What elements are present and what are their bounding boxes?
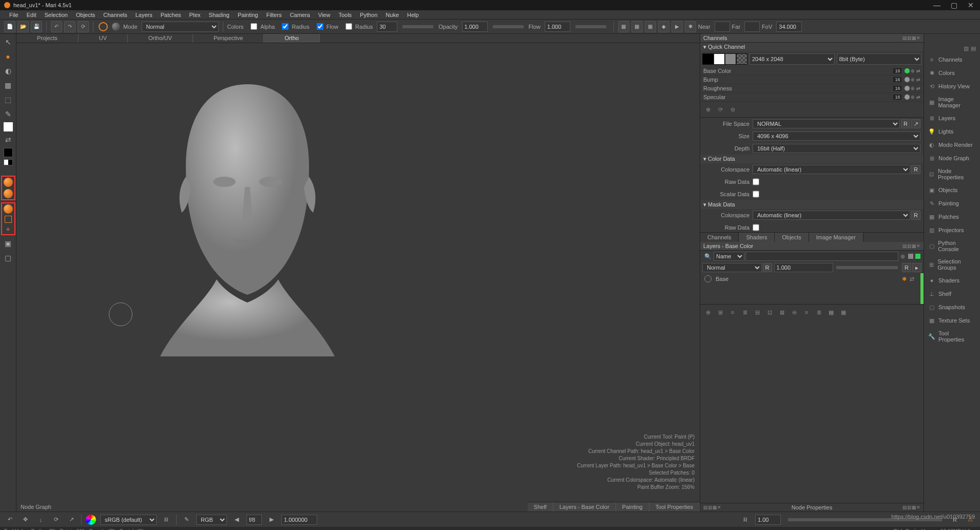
menu-painting[interactable]: Painting [234,12,262,18]
radius-slider[interactable] [402,25,433,28]
resolution-select[interactable]: 2048 x 2048 [750,53,835,65]
refresh-button[interactable]: ⟳ [78,21,89,32]
menu-layers[interactable]: Layers [131,12,157,18]
brush-hard-icon[interactable] [99,22,108,31]
menu-edit[interactable]: Edit [23,12,41,18]
eyedropper-icon[interactable]: ✎ [181,514,192,525]
fstop-value-input[interactable] [281,515,317,525]
maximize-button[interactable]: ▢ [951,1,957,9]
layer-opacity-input[interactable] [774,263,834,272]
prev-icon[interactable]: ◀ [231,514,242,525]
far-input[interactable] [744,22,760,32]
menu-tools[interactable]: Tools [334,12,356,18]
action-icon[interactable]: ⊡ [765,308,774,317]
visibility-toggle-icon[interactable] [704,275,712,282]
sidebar-item-layers[interactable]: ≣Layers [924,111,980,125]
reset-button[interactable]: R [763,263,772,272]
paint-tool[interactable]: ● [2,50,14,63]
add-tool-icon[interactable]: + [6,225,10,233]
action-icon[interactable]: ⊖ [790,308,799,317]
menu-camera[interactable]: Camera [286,12,314,18]
tab-ortho[interactable]: Ortho [264,34,320,43]
save-button[interactable]: 💾 [31,21,42,32]
flow-input[interactable] [545,22,570,32]
swatch-white[interactable] [714,53,725,65]
reset-button[interactable]: R [902,263,911,272]
action-icon[interactable]: ⊖ [728,105,737,114]
action-icon[interactable]: ⊞ [716,308,725,317]
nav-icon[interactable]: ✥ [20,514,31,525]
sidebar-item-objects[interactable]: ▣Objects [924,183,980,197]
opacity-slider[interactable] [836,266,898,269]
action-icon[interactable]: ≣ [814,308,823,317]
arrow-button[interactable]: ↗ [911,119,920,128]
action-icon[interactable]: ▦ [827,308,836,317]
file-space-select[interactable]: NORMAL [753,119,900,128]
action-icon[interactable]: ⊕ [703,105,713,114]
near-input[interactable] [715,22,730,32]
open-file-button[interactable]: 📂 [17,21,29,32]
reset-button[interactable]: R [161,514,172,525]
gizmo-button[interactable]: ✱ [685,21,696,32]
toggle-icon[interactable]: ▥ [964,45,969,52]
nav-icon[interactable]: ⟳ [50,514,62,525]
reset-button[interactable]: R [911,211,920,220]
brush-soft-icon[interactable] [112,23,120,31]
menu-filters[interactable]: Filters [262,12,286,18]
raw-data-checkbox[interactable] [753,177,759,186]
grid-tool[interactable]: ▦ [2,79,14,91]
opacity-slider[interactable] [493,25,524,28]
sidebar-item-channels[interactable]: ≡Channels [924,53,980,66]
swap-colors-icon[interactable]: ⇄ [2,134,14,146]
sidebar-item-modo[interactable]: ◐Modo Render [924,138,980,152]
sidebar-item-shaders[interactable]: ●Shaders [924,274,980,287]
colorspace-select[interactable]: Automatic (linear) [753,165,910,174]
select-tool[interactable]: ↖ [2,36,14,48]
action-icon[interactable]: ⊠ [777,308,786,317]
colorwheel-icon[interactable] [86,515,96,525]
tab-uv[interactable]: UV [79,34,128,43]
fstop-input[interactable] [246,515,262,525]
sidebar-item-painting[interactable]: ✎Painting [924,197,980,210]
action-icon[interactable]: ⊕ [703,308,713,317]
tab-perspective[interactable]: Perspective [193,34,264,43]
swatch-black[interactable] [702,53,714,65]
menu-channels[interactable]: Channels [99,12,131,18]
clear-icon[interactable]: ⊗ [898,253,907,260]
grid-button[interactable]: ▦ [631,21,643,32]
frame-tool-2[interactable]: ▢ [2,252,14,264]
sidebar-item-python[interactable]: ▢Python Console [924,237,980,255]
sidebar-item-history[interactable]: ⟲History View [924,80,980,93]
background-color-swatch[interactable] [4,148,13,157]
menu-selection[interactable]: Selection [41,12,72,18]
sidebar-item-node-graph[interactable]: ⊞Node Graph [924,152,980,165]
arrow-button[interactable]: ▸ [912,263,921,272]
menu-objects[interactable]: Objects [72,12,99,18]
bitdepth-select[interactable]: 8bit (Byte) [837,53,922,65]
tab-painting[interactable]: Painting [616,502,649,512]
tab-layers[interactable]: Layers - Base Color [553,502,616,512]
play-button[interactable]: ▶ [671,21,683,32]
patch-tool[interactable] [5,216,12,223]
menu-shading[interactable]: Shading [205,12,234,18]
sidebar-item-snapshots[interactable]: ▢Snapshots [924,300,980,314]
reset-button[interactable]: R [901,119,910,128]
undo-button[interactable]: ↶ [51,21,62,32]
foreground-color-swatch[interactable] [4,122,13,131]
menu-file[interactable]: File [5,12,23,18]
menu-python[interactable]: Python [356,12,381,18]
filter-dot[interactable] [915,254,920,259]
gear-icon[interactable]: ✱ [902,276,907,282]
action-icon[interactable]: ⊟ [753,308,762,317]
layer-search-input[interactable] [745,252,898,261]
flow-slider[interactable] [575,25,606,28]
nav-icon[interactable]: ↗ [66,514,77,525]
action-icon[interactable]: ⟳ [716,105,725,114]
nav-icon[interactable]: ↶ [4,514,15,525]
sidebar-item-shelf[interactable]: ⊥Shelf [924,287,980,300]
nav-icon[interactable]: ↓ [35,514,46,525]
default-colors-icon[interactable] [4,159,13,165]
tab-objects[interactable]: Objects [775,233,809,242]
tab-projects[interactable]: Projects [16,34,79,43]
filter-dot[interactable] [908,254,913,259]
